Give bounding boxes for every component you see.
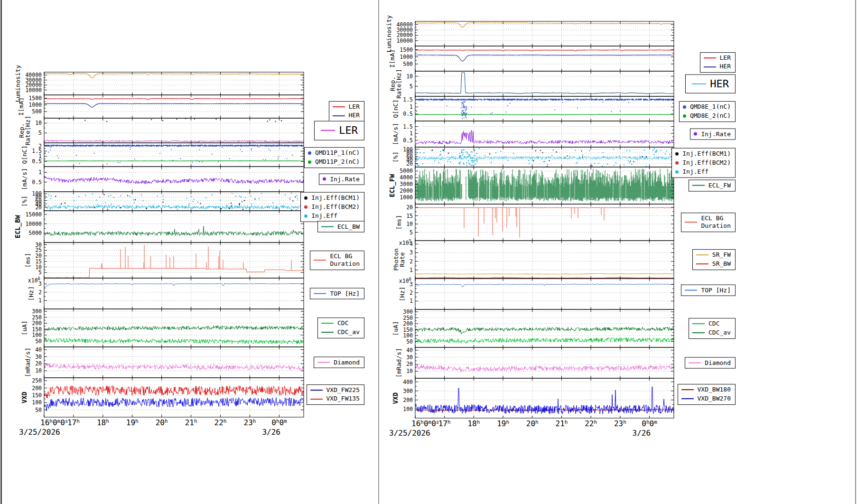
y-tick-label: 3000 [400, 181, 413, 187]
legend-top-rate: TOP [Hz] [310, 288, 364, 299]
x-tick-label: 18h [467, 419, 480, 429]
legend-entry: Inj.Rate [694, 130, 731, 138]
y-tick-label: 10 [35, 367, 42, 374]
legend-entry: Inj.Eff(BCM1) [675, 150, 731, 158]
y-axis-title: [mA/s] [392, 123, 399, 145]
legend-entry: HER [333, 112, 360, 120]
legend-entry: CDC [321, 319, 360, 327]
series-srbw [415, 278, 673, 278]
y-tick-label: 1500 [400, 47, 413, 53]
legend-marker-line [321, 226, 334, 227]
legend-marker-line [692, 324, 705, 325]
y-tick-label: 10 [35, 120, 42, 126]
legend-marker-dot [323, 177, 326, 181]
legend-entry: SR_FW [696, 251, 731, 259]
legend-entry: SR_BW [696, 260, 731, 268]
legend-marker-line [310, 399, 323, 400]
legend-label: QMD8E_1(nC) [690, 103, 731, 111]
legend-label: Inj.Eff(BCM2) [311, 203, 360, 211]
legend-rep-rate: HER [685, 74, 736, 93]
legend-label: VXD_BW180 [698, 386, 731, 394]
y-tick-label: 50 [35, 338, 42, 345]
x-tick-label: 17h [67, 418, 80, 428]
legend-ecl-fw: ECL_FW [689, 180, 736, 192]
legend-diamond: Diamond [685, 357, 736, 369]
subplot-inj-rate: 0.511.5[mA/s] [392, 121, 674, 147]
series-q2 [415, 114, 673, 115]
y-tick-label: 200 [403, 397, 413, 403]
series-eff [415, 157, 674, 159]
x-tick-label: 19h [126, 418, 139, 428]
y-axis-title: I[mA] [18, 97, 25, 116]
legend-label: Inj.Rate [701, 130, 731, 138]
legend-entry: LER [321, 124, 358, 138]
legend-label: Diamond [334, 358, 360, 366]
legend-entry: Inj.Eff(BCM1) [304, 194, 360, 202]
y-tick-label: 40000 [396, 21, 413, 28]
subplot-inj-eff: 20406080100[%] [21, 190, 304, 211]
legend-entry: VXD_FW225 [310, 386, 360, 394]
plot-frame [44, 378, 304, 417]
y-tick-label: 30 [35, 242, 42, 248]
y-tick-label: 500 [403, 61, 413, 67]
legend-label: Inj.Eff(BCM1) [311, 194, 360, 202]
legend-marker-line [689, 362, 701, 363]
date-end: 3/26 [633, 429, 651, 438]
y-tick-label: 10 [406, 368, 413, 374]
x-tick-label: 19h [497, 419, 509, 429]
legend-entry: VXD_BW270 [681, 395, 731, 403]
legend-entry: Diamond [689, 359, 731, 367]
y-tick-label: 5000 [28, 230, 42, 236]
legend-marker-line [685, 289, 697, 290]
legend-entry: CDC_av [321, 328, 360, 336]
legend-label: VXD_BW270 [698, 395, 731, 403]
series-injrate [44, 176, 304, 184]
y-tick-label: 2 [38, 143, 42, 149]
y-axis-title: VXD [391, 392, 399, 404]
legend-marker-dot [694, 132, 697, 136]
y-tick-label: 1000 [400, 54, 413, 60]
y-tick-label: 150 [403, 327, 413, 333]
legend-ecl-bg: ECL BG Duration [681, 213, 736, 233]
y-tick-label: 1500 [28, 95, 42, 102]
legend-label: SR_BW [712, 260, 731, 268]
y-tick-label: 1.5 [403, 123, 413, 130]
legend-entry: Inj.Eff(BCM2) [304, 203, 360, 211]
y-axis-title: [mA/s] [21, 168, 28, 190]
x-tick-label: 22h [585, 419, 597, 429]
y-tick-label: 400 [403, 379, 413, 385]
legend-label: ECL BG Duration [701, 215, 731, 231]
legend-entry: QMD11P_2(nC) [308, 158, 360, 166]
legend-label: LER [720, 54, 731, 62]
legend-photon-rate: SR_FWSR_BW [692, 249, 736, 270]
y-tick-label: 50 [406, 338, 413, 345]
legend-marker-line [692, 185, 705, 186]
legend-marker-line [321, 332, 334, 333]
legend-label: VXD_FW135 [326, 395, 360, 403]
plot-frame [44, 278, 304, 309]
legend-cdc: CDCCDC_av [317, 317, 364, 338]
legend-label: CDC [708, 320, 719, 328]
x-tick-label: 23h [244, 418, 256, 428]
legend-marker-dot [308, 160, 311, 164]
series-lumi [44, 74, 303, 78]
y-axis-title: Q[nC] [21, 145, 28, 164]
subplot-top-rate: 123x106[Hz] [28, 276, 304, 309]
series-cdc-lo [415, 338, 674, 344]
legend-marker-dot [308, 151, 311, 155]
subplot-ecl-bw: 50001000015000ECL_BW [14, 211, 304, 243]
legend-entry: CDC [692, 320, 731, 328]
y-tick-label: 1 [410, 130, 413, 137]
legend-entry: Inj.Eff [304, 212, 360, 220]
subplot-current: 50010001500I[mA] [18, 95, 304, 118]
legend-label: QMD11P_1(nC) [315, 149, 360, 157]
legend-entry: VXD_FW135 [310, 395, 360, 403]
plot-frame [44, 143, 304, 167]
plot-frame [415, 241, 674, 279]
legend-label: VXD_FW225 [326, 386, 360, 394]
legend-label: Inj.Rate [330, 175, 360, 183]
series-ler-i [44, 99, 303, 100]
series-q1 [416, 99, 674, 119]
x-tick-label: 0h0m [642, 419, 657, 429]
date-start: 3/25/2026 [389, 429, 430, 438]
